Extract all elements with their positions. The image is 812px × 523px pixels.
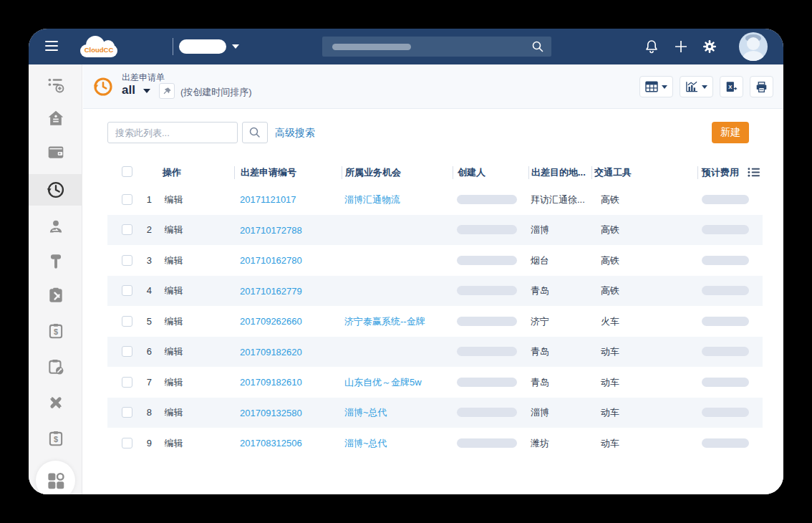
view-selector[interactable]: all	[122, 83, 135, 97]
transport-text: 高铁	[601, 285, 619, 296]
sidebar-item-tools[interactable]	[29, 387, 82, 418]
column-header-request-no[interactable]: 出差申请编号	[234, 166, 342, 179]
column-header-action[interactable]: 操作	[136, 166, 234, 179]
cost-redacted-pill	[702, 256, 749, 265]
column-header-creator[interactable]: 创建人	[453, 166, 528, 179]
edit-action-link[interactable]: 编辑	[164, 438, 183, 448]
transport-text: 火车	[601, 316, 619, 327]
request-number-link[interactable]: 201709132580	[240, 408, 302, 418]
opportunity-link[interactable]: 济宁泰赢系统--金牌	[344, 316, 425, 327]
cost-redacted-pill	[702, 225, 749, 234]
export-excel-button[interactable]: X	[720, 76, 743, 97]
sidebar-item-expenses[interactable]: $	[29, 423, 82, 454]
request-number-link[interactable]: 201710162779	[240, 286, 302, 297]
opportunity-link[interactable]: 淄博~总代	[344, 438, 387, 448]
edit-action-link[interactable]: 编辑	[164, 224, 183, 235]
row-checkbox[interactable]	[122, 407, 132, 418]
pin-icon	[163, 87, 172, 96]
edit-action-link[interactable]: 编辑	[164, 194, 183, 205]
sidebar-item-toolbox[interactable]	[29, 279, 82, 311]
column-settings-icon[interactable]	[747, 166, 760, 178]
sidebar-item-contacts[interactable]	[29, 211, 82, 243]
cost-redacted-pill	[702, 195, 749, 204]
column-header-transport[interactable]: 交通工具	[591, 166, 697, 179]
column-header-cost[interactable]: 预计费用	[697, 166, 763, 179]
table-row[interactable]: 5 编辑 201709262660 济宁泰赢系统--金牌 济宁 火车	[107, 306, 763, 337]
table-row[interactable]: 3 编辑 201710162780 烟台 高铁	[107, 245, 763, 276]
sidebar-item-home[interactable]	[29, 102, 82, 134]
request-number-link[interactable]: 201710172788	[240, 225, 302, 236]
opportunity-link[interactable]: 淄博~总代	[344, 407, 387, 418]
edit-action-link[interactable]: 编辑	[164, 285, 183, 296]
table-row[interactable]: 2 编辑 201710172788 淄博 高铁	[107, 215, 763, 246]
row-checkbox[interactable]	[122, 438, 132, 448]
clipboard-dollar-icon-2: $	[47, 429, 65, 448]
request-number-link[interactable]: 201708312506	[240, 438, 302, 448]
column-header-opportunity[interactable]: 所属业务机会	[342, 166, 453, 179]
sidebar-item-gavel[interactable]	[29, 246, 82, 277]
pin-view-button[interactable]	[159, 83, 175, 99]
search-icon[interactable]	[531, 40, 544, 53]
row-checkbox[interactable]	[122, 224, 132, 235]
search-placeholder-pill	[332, 44, 411, 50]
new-record-button[interactable]: 新建	[712, 122, 749, 143]
table-row[interactable]: 8 编辑 201709132580 淄博~总代 淄博 动车	[107, 398, 763, 428]
list-search-button[interactable]	[242, 122, 268, 143]
table-view-button[interactable]	[639, 76, 673, 97]
sidebar-item-travel-requests-active[interactable]	[29, 174, 82, 206]
user-avatar[interactable]	[739, 32, 768, 61]
opportunity-link[interactable]: 淄博汇通物流	[344, 194, 400, 205]
print-button[interactable]	[750, 76, 773, 97]
edit-action-link[interactable]: 编辑	[164, 316, 183, 327]
clipboard-tools-icon	[47, 286, 65, 304]
sidebar-item-service-orders[interactable]	[29, 351, 82, 383]
creator-redacted-pill	[457, 347, 517, 356]
request-number-link[interactable]: 201709182610	[240, 377, 302, 388]
row-checkbox[interactable]	[122, 285, 132, 296]
global-search-input[interactable]	[322, 37, 551, 57]
request-number-link[interactable]: 201709262660	[240, 316, 302, 327]
list-search-input[interactable]	[107, 122, 238, 143]
request-number-link[interactable]: 201709182620	[240, 347, 302, 358]
sidebar-item-billing[interactable]: $	[29, 315, 82, 347]
request-number-link[interactable]: 201710162780	[240, 255, 302, 266]
table-row[interactable]: 1 编辑 20171121017 淄博汇通物流 拜访汇通徐... 高铁	[107, 184, 763, 215]
cost-redacted-pill	[702, 378, 749, 387]
table-row[interactable]: 9 编辑 201708312506 淄博~总代 潍坊 动车	[107, 428, 763, 459]
view-caret-down-icon[interactable]	[143, 89, 150, 93]
edit-action-link[interactable]: 编辑	[164, 407, 183, 418]
row-checkbox[interactable]	[122, 346, 132, 357]
app-launcher-button[interactable]	[36, 461, 75, 494]
edit-action-link[interactable]: 编辑	[164, 346, 183, 357]
chart-view-button[interactable]	[680, 76, 713, 97]
sidebar-item-tasks[interactable]	[29, 69, 82, 100]
table-row[interactable]: 6 编辑 201709182620 青岛 动车	[107, 337, 763, 368]
row-number: 2	[136, 224, 152, 235]
sidebar-item-wallet[interactable]	[29, 136, 82, 168]
gear-icon[interactable]	[701, 38, 718, 55]
app-window: CloudCC	[29, 29, 783, 494]
table-row[interactable]: 4 编辑 201710162779 青岛 高铁	[107, 276, 763, 307]
row-checkbox[interactable]	[122, 194, 132, 205]
app-switcher-pill[interactable]	[179, 39, 226, 54]
plus-icon[interactable]	[672, 38, 690, 55]
chevron-down-icon[interactable]	[232, 44, 239, 49]
table-row[interactable]: 7 编辑 201709182610 山东自优～金牌5w 青岛 动车	[107, 367, 763, 398]
opportunity-link[interactable]: 山东自优～金牌5w	[344, 377, 422, 388]
transport-text: 动车	[601, 438, 619, 448]
row-checkbox[interactable]	[122, 377, 132, 388]
row-checkbox[interactable]	[122, 316, 132, 327]
cloudcc-logo[interactable]: CloudCC	[79, 34, 119, 59]
advanced-search-link[interactable]: 高级搜索	[275, 127, 315, 140]
cost-redacted-pill	[702, 438, 749, 448]
hamburger-menu-icon[interactable]	[45, 41, 59, 52]
select-all-checkbox[interactable]	[122, 166, 132, 177]
bell-icon[interactable]	[643, 38, 660, 55]
edit-action-link[interactable]: 编辑	[164, 255, 183, 266]
edit-action-link[interactable]: 编辑	[164, 377, 183, 388]
column-header-destination[interactable]: 出差目的地...	[528, 166, 591, 179]
request-number-link[interactable]: 20171121017	[240, 194, 296, 205]
cost-redacted-pill	[702, 408, 749, 417]
records-table: 操作 出差申请编号 所属业务机会 创建人 出差目的地... 交通工具 预计费用	[107, 161, 763, 459]
row-checkbox[interactable]	[122, 255, 132, 266]
